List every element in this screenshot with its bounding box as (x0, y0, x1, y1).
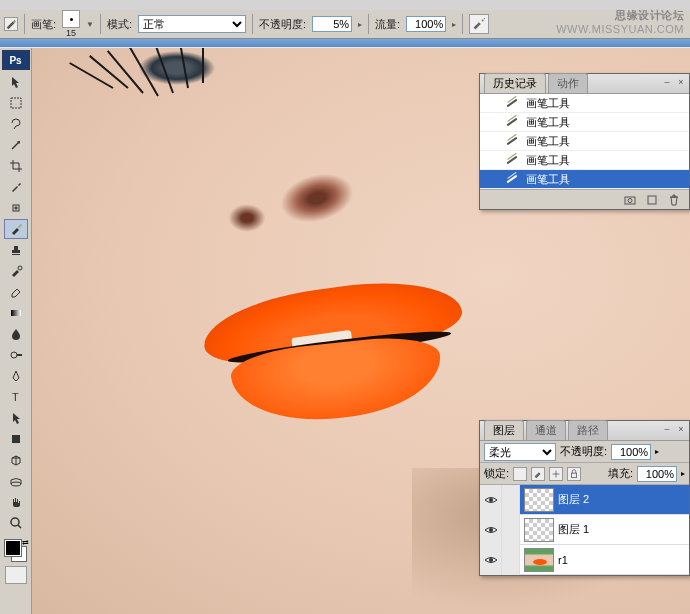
foreground-color[interactable] (5, 540, 21, 556)
panel-tabs: 历史记录 动作 – × (480, 74, 689, 94)
layer-thumbnail[interactable] (524, 548, 554, 572)
dodge-tool[interactable] (4, 345, 28, 365)
close-icon[interactable]: × (675, 423, 687, 435)
lasso-tool[interactable] (4, 114, 28, 134)
mode-label: 模式: (107, 17, 132, 32)
healing-tool[interactable] (4, 198, 28, 218)
panel-tabs: 图层 通道 路径 – × (480, 421, 689, 441)
history-item[interactable]: 画笔工具 (480, 113, 689, 132)
svg-point-0 (482, 20, 484, 22)
zoom-tool[interactable] (4, 513, 28, 533)
type-tool[interactable]: T (4, 387, 28, 407)
svg-point-9 (11, 482, 21, 486)
layer-row[interactable]: 图层 2 (480, 485, 689, 515)
layer-row[interactable]: r1 (480, 545, 689, 575)
layer-thumbnail[interactable] (524, 518, 554, 542)
new-state-icon[interactable] (645, 193, 659, 207)
lock-transparent-icon[interactable] (513, 467, 527, 481)
svg-point-1 (484, 18, 485, 19)
tool-preset-picker[interactable] (4, 17, 18, 31)
flow-label: 流量: (375, 17, 400, 32)
link-cell (502, 515, 520, 545)
chevron-down-icon[interactable]: ▸ (681, 469, 685, 478)
hand-tool[interactable] (4, 492, 28, 512)
shape-tool[interactable] (4, 429, 28, 449)
color-swatches[interactable]: ⇄ (3, 538, 29, 564)
svg-point-16 (489, 528, 493, 532)
marquee-tool[interactable] (4, 93, 28, 113)
history-item[interactable]: 画笔工具 (480, 151, 689, 170)
link-cell (502, 485, 520, 515)
layers-panel: 图层 通道 路径 – × 柔光 不透明度: ▸ 锁定: 填充: ▸ 图层 2图层… (479, 420, 690, 576)
layer-thumbnail[interactable] (524, 488, 554, 512)
fill-label: 填充: (608, 466, 633, 481)
snapshot-icon[interactable] (623, 193, 637, 207)
history-item-label: 画笔工具 (526, 172, 570, 187)
chevron-down-icon[interactable]: ▸ (452, 20, 456, 29)
eyedropper-tool[interactable] (4, 177, 28, 197)
brush-preset-picker[interactable]: 15 (62, 10, 80, 38)
brush-icon (504, 172, 520, 186)
pen-tool[interactable] (4, 366, 28, 386)
quickmask-toggle[interactable] (5, 566, 27, 584)
wand-tool[interactable] (4, 135, 28, 155)
fill-input[interactable] (637, 466, 677, 482)
airbrush-toggle[interactable] (469, 14, 489, 34)
blur-tool[interactable] (4, 324, 28, 344)
watermark: 思缘设计论坛 WWW.MISSYUAN.COM (556, 8, 684, 35)
visibility-toggle[interactable] (480, 515, 502, 545)
svg-point-4 (18, 266, 22, 270)
blend-mode-select[interactable]: 正常 (138, 15, 246, 33)
layer-options-row: 柔光 不透明度: ▸ (480, 441, 689, 463)
crop-tool[interactable] (4, 156, 28, 176)
history-item[interactable]: 画笔工具 (480, 94, 689, 113)
svg-point-6 (11, 352, 17, 358)
layer-row[interactable]: 图层 1 (480, 515, 689, 545)
svg-point-10 (11, 518, 19, 526)
svg-rect-13 (648, 196, 656, 204)
3d-tool[interactable] (4, 450, 28, 470)
brush-size: 15 (66, 28, 76, 38)
tab-actions[interactable]: 动作 (548, 73, 588, 93)
chevron-down-icon[interactable]: ▼ (86, 20, 94, 29)
tab-paths[interactable]: 路径 (568, 420, 608, 440)
path-select-tool[interactable] (4, 408, 28, 428)
eraser-tool[interactable] (4, 282, 28, 302)
brush-tool[interactable] (4, 219, 28, 239)
opacity-label: 不透明度: (259, 17, 306, 32)
history-brush-tool[interactable] (4, 261, 28, 281)
brush-icon (504, 115, 520, 129)
gradient-tool[interactable] (4, 303, 28, 323)
camera-tool[interactable] (4, 471, 28, 491)
history-item[interactable]: 画笔工具 (480, 132, 689, 151)
move-tool[interactable] (4, 72, 28, 92)
lock-pixels-icon[interactable] (531, 467, 545, 481)
trash-icon[interactable] (667, 193, 681, 207)
minimize-icon[interactable]: – (661, 423, 673, 435)
history-list: 画笔工具画笔工具画笔工具画笔工具画笔工具 (480, 94, 689, 189)
layer-opacity-label: 不透明度: (560, 444, 607, 459)
svg-rect-5 (11, 310, 21, 316)
history-item[interactable]: 画笔工具 (480, 170, 689, 189)
visibility-toggle[interactable] (480, 485, 502, 515)
lock-all-icon[interactable] (567, 467, 581, 481)
chevron-down-icon[interactable]: ▸ (655, 447, 659, 456)
lock-position-icon[interactable] (549, 467, 563, 481)
tab-channels[interactable]: 通道 (526, 420, 566, 440)
layer-opacity-input[interactable] (611, 444, 651, 460)
swap-colors-icon[interactable]: ⇄ (22, 538, 29, 547)
history-panel: 历史记录 动作 – × 画笔工具画笔工具画笔工具画笔工具画笔工具 (479, 73, 690, 210)
visibility-toggle[interactable] (480, 545, 502, 575)
svg-rect-2 (11, 98, 21, 108)
opacity-input[interactable] (312, 16, 352, 32)
tab-layers[interactable]: 图层 (484, 420, 524, 440)
close-icon[interactable]: × (675, 76, 687, 88)
svg-point-12 (628, 198, 632, 202)
stamp-tool[interactable] (4, 240, 28, 260)
svg-point-17 (489, 558, 493, 562)
minimize-icon[interactable]: – (661, 76, 673, 88)
flow-input[interactable] (406, 16, 446, 32)
chevron-down-icon[interactable]: ▸ (358, 20, 362, 29)
tab-history[interactable]: 历史记录 (484, 73, 546, 93)
layer-blend-select[interactable]: 柔光 (484, 443, 556, 461)
